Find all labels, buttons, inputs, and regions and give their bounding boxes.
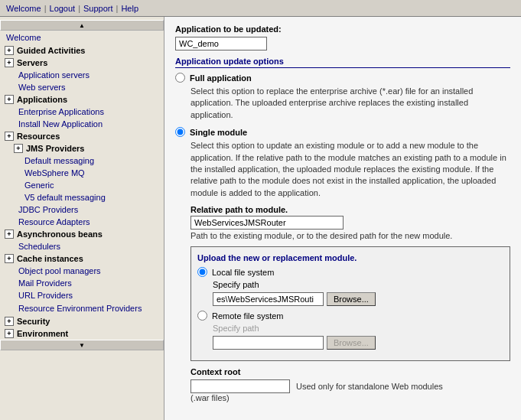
sidebar-scroll-up[interactable]: ▲ <box>0 20 164 31</box>
sidebar-async-header[interactable]: + Asynchronous beans <box>0 228 164 240</box>
sidebar-section-object-pool: Object pool managers <box>0 265 164 277</box>
full-app-radio[interactable] <box>175 73 185 83</box>
remote-path-row: Browse... <box>213 336 503 350</box>
sidebar-item-websphere-mq[interactable]: WebSphere MQ <box>0 167 164 179</box>
expand-icon-jms: + <box>14 144 23 153</box>
sidebar-item-v5-messaging[interactable]: V5 default messaging <box>0 191 164 203</box>
sidebar-guided-label: Guided Activities <box>17 46 85 55</box>
local-path-row: Browse... <box>213 292 503 306</box>
local-fs-radio[interactable] <box>197 267 207 277</box>
war-note: (.war files) <box>190 393 510 402</box>
sep3: | <box>116 4 119 13</box>
sidebar-section-async: + Asynchronous beans Schedulers <box>0 228 164 252</box>
sidebar-item-mail[interactable]: Mail Providers <box>0 277 164 289</box>
sidebar-item-app-servers[interactable]: Application servers <box>0 69 164 81</box>
upload-box: Upload the new or replacement module. Lo… <box>190 246 510 361</box>
single-module-radio-row: Single module <box>175 127 510 137</box>
browse-remote-button[interactable]: Browse... <box>327 336 376 350</box>
expand-icon-resources: + <box>5 132 14 141</box>
full-app-label[interactable]: Full application <box>190 73 252 83</box>
content-area: Application to be updated: WC_demo Appli… <box>164 17 521 420</box>
sidebar-section-applications: + Applications Enterprise Applications I… <box>0 93 164 130</box>
sidebar-scroll-down[interactable]: ▼ <box>0 340 164 350</box>
local-fs-radio-row: Local file system <box>197 267 503 277</box>
local-fs-label[interactable]: Local file system <box>212 268 274 277</box>
upload-title: Upload the new or replacement module. <box>197 253 503 262</box>
sidebar-section-resources: + Resources <box>0 130 164 142</box>
app-to-update-label: Application to be updated: <box>175 24 510 34</box>
sidebar-servers-label: Servers <box>17 58 47 67</box>
rel-path-input[interactable] <box>190 216 344 230</box>
sidebar-applications-header[interactable]: + Applications <box>0 93 164 106</box>
nav-logout[interactable]: Logout <box>50 4 76 13</box>
sidebar-section-security: + Security <box>0 315 164 327</box>
single-module-radio[interactable] <box>175 127 185 137</box>
sidebar-item-url[interactable]: URL Providers <box>0 289 164 301</box>
sidebar-section-environment: + Environment <box>0 327 164 340</box>
sidebar-section-jms: + JMS Providers Default messaging WebSph… <box>0 142 164 203</box>
expand-icon-environment: + <box>5 329 14 338</box>
expand-icon-applications: + <box>5 95 14 104</box>
sidebar-item-web-servers[interactable]: Web servers <box>0 81 164 93</box>
sidebar-item-welcome[interactable]: Welcome <box>0 31 164 44</box>
single-module-label[interactable]: Single module <box>190 128 247 137</box>
sidebar-item-resource-env[interactable]: Resource Environment Providers <box>0 301 164 315</box>
app-name-value: WC_demo <box>175 37 267 50</box>
sidebar-section-jdbc: JDBC Providers <box>0 203 164 216</box>
expand-icon-servers: + <box>5 58 14 67</box>
sidebar-section-guided: + Guided Activities <box>0 44 164 57</box>
sidebar-guided-header[interactable]: + Guided Activities <box>0 44 164 57</box>
sidebar-section-resource-env: Resource Environment Providers <box>0 301 164 315</box>
nav-help[interactable]: Help <box>121 4 138 13</box>
top-navbar: Welcome | Logout | Support | Help <box>0 0 521 17</box>
sidebar-item-jdbc[interactable]: JDBC Providers <box>0 203 164 216</box>
sidebar-security-header[interactable]: + Security <box>0 315 164 327</box>
nav-support[interactable]: Support <box>83 4 113 13</box>
app-update-options-title: Application update options <box>175 57 510 68</box>
sidebar-item-resource-adapters[interactable]: Resource Adapters <box>0 216 164 228</box>
remote-path-input[interactable] <box>213 336 324 350</box>
context-root-row: Used only for standalone Web modules <box>175 379 510 393</box>
context-note: Used only for standalone Web modules <box>296 382 443 391</box>
sidebar: ▲ Welcome + Guided Activities + Servers … <box>0 17 164 420</box>
single-module-desc: Select this option to update an existing… <box>190 140 510 199</box>
sidebar-resources-header[interactable]: + Resources <box>0 130 164 142</box>
rel-path-label: Relative path to module. <box>190 205 510 214</box>
sidebar-section-mail: Mail Providers <box>0 277 164 289</box>
full-app-desc: Select this option to replace the enterp… <box>190 86 510 121</box>
main-layout: ▲ Welcome + Guided Activities + Servers … <box>0 17 521 420</box>
sidebar-async-label: Asynchronous beans <box>17 230 103 239</box>
sidebar-item-enterprise-apps[interactable]: Enterprise Applications <box>0 106 164 118</box>
sidebar-item-object-pool[interactable]: Object pool managers <box>0 265 164 277</box>
local-path-input[interactable] <box>213 292 324 306</box>
remote-fs-radio-row: Remote file system <box>197 311 503 321</box>
sidebar-section-servers: + Servers Application servers Web server… <box>0 57 164 93</box>
sidebar-applications-label: Applications <box>17 95 67 104</box>
expand-icon-security: + <box>5 317 14 326</box>
full-app-radio-row: Full application <box>175 73 510 83</box>
sep2: | <box>78 4 80 13</box>
sidebar-section-url: URL Providers <box>0 289 164 301</box>
expand-icon-cache: + <box>5 254 14 263</box>
nav-welcome[interactable]: Welcome <box>6 4 41 13</box>
sidebar-jms-header[interactable]: + JMS Providers <box>0 142 164 155</box>
sidebar-cache-label: Cache instances <box>17 254 83 263</box>
sidebar-item-install-new-app[interactable]: Install New Application <box>0 118 164 130</box>
sep1: | <box>44 4 47 13</box>
sidebar-security-label: Security <box>17 317 50 326</box>
sidebar-item-default-messaging[interactable]: Default messaging <box>0 155 164 167</box>
remote-fs-radio[interactable] <box>197 311 207 321</box>
context-root-label: Context root <box>190 367 510 376</box>
context-root-input[interactable] <box>190 379 290 393</box>
path-note: Path to the existing module, or to the d… <box>190 231 510 240</box>
sidebar-environment-header[interactable]: + Environment <box>0 327 164 340</box>
remote-fs-label[interactable]: Remote file system <box>212 311 284 321</box>
sidebar-item-schedulers[interactable]: Schedulers <box>0 240 164 252</box>
sidebar-cache-header[interactable]: + Cache instances <box>0 252 164 265</box>
remote-specify-path-label: Specify path <box>213 324 503 333</box>
browse-local-button[interactable]: Browse... <box>327 292 376 306</box>
specify-path-label: Specify path <box>213 280 503 289</box>
sidebar-item-generic[interactable]: Generic <box>0 179 164 191</box>
sidebar-environment-label: Environment <box>17 329 68 338</box>
sidebar-servers-header[interactable]: + Servers <box>0 57 164 69</box>
